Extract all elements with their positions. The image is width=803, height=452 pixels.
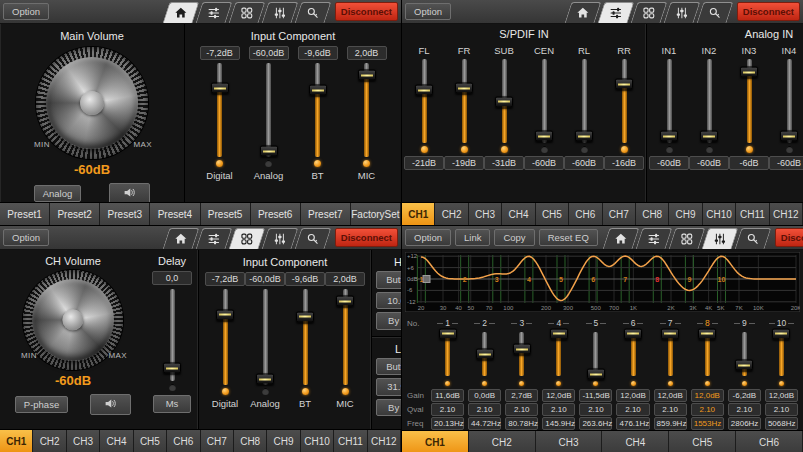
tab-eq[interactable] — [663, 2, 700, 23]
slider-track[interactable] — [742, 332, 747, 376]
eq-band-qval[interactable]: 2.10 — [431, 403, 464, 416]
copy-button[interactable]: Copy — [494, 229, 534, 247]
channel-tab-ch4[interactable]: CH4 — [502, 203, 535, 225]
eq-band-slider[interactable] — [652, 329, 689, 379]
option-button[interactable]: Option — [3, 229, 49, 247]
slider-track[interactable] — [364, 63, 369, 157]
eq-band-slider[interactable] — [540, 329, 577, 379]
channel-tab-ch1[interactable]: CH1 — [0, 430, 33, 452]
slider-handle[interactable] — [495, 96, 513, 107]
delay-slider[interactable] — [169, 289, 176, 391]
tab-home[interactable] — [162, 228, 199, 249]
delay-value[interactable]: 0,0 — [152, 271, 192, 285]
eq-band-freq[interactable]: 80.78Hz — [505, 417, 538, 430]
slider-value[interactable]: -60,0dB — [245, 272, 285, 286]
tab-grid[interactable] — [668, 228, 705, 249]
lpf-type-button[interactable]: Butter-W — [376, 358, 401, 376]
slider-value[interactable]: -6dB — [729, 156, 769, 170]
eq-band-freq[interactable]: 263.6Hz — [579, 417, 612, 430]
channel-tab-ch11[interactable]: CH11 — [334, 430, 367, 452]
slider-handle[interactable] — [476, 349, 494, 360]
channel-tab-ch6[interactable]: CH6 — [569, 203, 602, 225]
eq-band-freq[interactable]: 20.13Hz — [431, 417, 464, 430]
slider-track[interactable] — [303, 289, 308, 385]
eq-band-freq[interactable]: 5068Hz — [765, 417, 798, 430]
tab-grid[interactable] — [228, 228, 265, 249]
eq-band-qval[interactable]: 2.10 — [579, 403, 612, 416]
tab-mixer[interactable] — [635, 228, 672, 249]
eq-band-gain[interactable]: 12,0dB — [654, 389, 687, 402]
slider-track[interactable] — [556, 332, 561, 376]
slider-handle[interactable] — [660, 131, 678, 142]
slider-handle[interactable] — [296, 311, 314, 322]
eq-band-gain[interactable]: 0,0dB — [468, 389, 501, 402]
tab-mixer[interactable] — [597, 2, 634, 23]
disconnect-button[interactable]: Disconnect — [737, 2, 800, 22]
eq-band-qval[interactable]: 2.10 — [765, 403, 798, 416]
preset-button-preset1[interactable]: Preset1 — [0, 203, 50, 225]
eq-band-number[interactable]: 7 — [652, 318, 689, 328]
slider-track[interactable] — [445, 332, 450, 376]
channel-tab-ch12[interactable]: CH12 — [368, 430, 401, 452]
eq-band-qval[interactable]: 2.10 — [654, 403, 687, 416]
channel-tab-ch11[interactable]: CH11 — [736, 203, 769, 225]
eq-band-gain[interactable]: 11,6dB — [431, 389, 464, 402]
preset-button-factoryset[interactable]: FactorySet — [351, 203, 401, 225]
link-button[interactable]: Link — [455, 229, 490, 247]
eq-band-freq[interactable]: 476.1Hz — [616, 417, 649, 430]
eq-band-number[interactable]: 2 — [466, 318, 503, 328]
reset-eq-button[interactable]: Reset EQ — [539, 229, 598, 247]
eq-band-qval[interactable]: 2.10 — [728, 403, 761, 416]
slider-handle[interactable] — [615, 79, 633, 90]
slider-handle[interactable] — [260, 146, 278, 157]
slider-value[interactable]: -16dB — [604, 156, 644, 170]
option-button[interactable]: Option — [3, 3, 49, 21]
eq-band-gain[interactable]: 12,0dB — [616, 389, 649, 402]
slider-track[interactable] — [667, 59, 672, 143]
channel-tab-ch7[interactable]: CH7 — [603, 203, 636, 225]
preset-button-preset4[interactable]: Preset4 — [150, 203, 200, 225]
preset-button-preset2[interactable]: Preset2 — [50, 203, 100, 225]
eq-band-gain[interactable]: 12,0dB — [542, 389, 575, 402]
slider-track[interactable] — [170, 289, 175, 381]
slider-track[interactable] — [223, 289, 228, 385]
delay-unit-button[interactable]: Ms — [153, 395, 192, 413]
channel-tab-ch4[interactable]: CH4 — [100, 430, 133, 452]
slider-track[interactable] — [542, 59, 547, 143]
slider-value[interactable]: -60dB — [564, 156, 604, 170]
analog-source-button[interactable]: Analog — [34, 185, 82, 203]
slider-track[interactable] — [462, 59, 467, 143]
eq-band-slider[interactable] — [763, 329, 800, 379]
hpf-type-button[interactable]: Butter-W — [376, 271, 401, 289]
slider-handle[interactable] — [772, 328, 790, 339]
slider-handle[interactable] — [216, 309, 234, 320]
slider-value[interactable]: -9,6dB — [298, 46, 338, 60]
tab-grid[interactable] — [630, 2, 667, 23]
p-phase-button[interactable]: P-phase — [15, 396, 68, 414]
eq-band-qval[interactable]: 2.10 — [691, 403, 724, 416]
slider-track[interactable] — [266, 63, 271, 157]
slider-track[interactable] — [315, 63, 320, 157]
channel-tab-ch12[interactable]: CH12 — [770, 203, 803, 225]
slider-handle[interactable] — [624, 328, 642, 339]
slider-value[interactable]: -60dB — [689, 156, 729, 170]
disconnect-button[interactable]: Disconnect — [775, 228, 803, 248]
slider-value[interactable]: -31dB — [484, 156, 524, 170]
eq-band-number[interactable]: 9 — [726, 318, 763, 328]
tab-key[interactable] — [294, 228, 331, 249]
tab-key[interactable] — [696, 2, 733, 23]
channel-tab-ch10[interactable]: CH10 — [703, 203, 736, 225]
tab-key[interactable] — [294, 2, 331, 23]
eq-band-number[interactable]: 6 — [614, 318, 651, 328]
slider-handle[interactable] — [700, 131, 718, 142]
eq-band-qval[interactable]: 2.10 — [542, 403, 575, 416]
slider-track[interactable] — [668, 332, 673, 376]
tab-home[interactable] — [162, 2, 199, 23]
slider-handle[interactable] — [740, 67, 758, 78]
slider-track[interactable] — [482, 332, 487, 376]
eq-band-freq[interactable]: 44.72Hz — [468, 417, 501, 430]
slider-value[interactable]: -7,2dB — [200, 46, 240, 60]
eq-band-number[interactable]: 5 — [577, 318, 614, 328]
eq-band-gain[interactable]: 2,7dB — [505, 389, 538, 402]
slider-handle[interactable] — [535, 131, 553, 142]
